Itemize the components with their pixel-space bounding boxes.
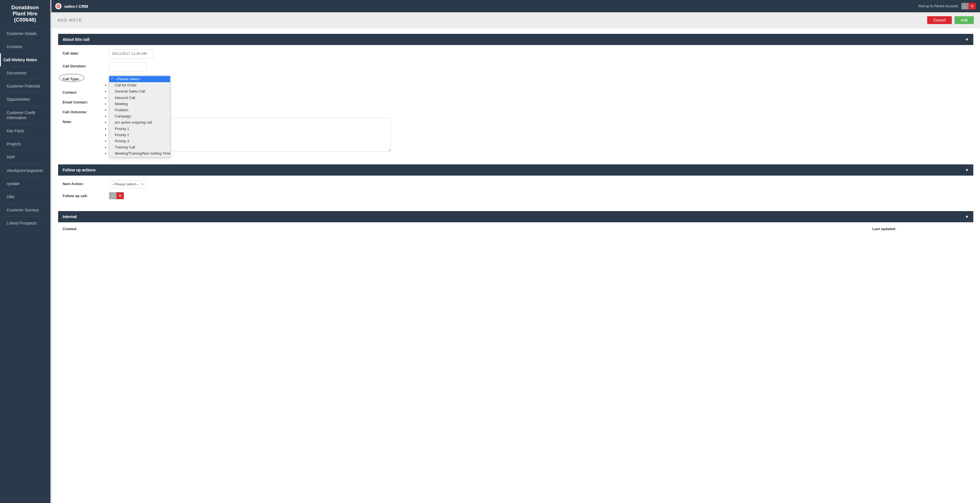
sidebar-item-linked-prospects[interactable]: Linked Prospects — [3, 217, 47, 230]
chevron-down-icon: ▼ — [965, 214, 969, 219]
cancel-button[interactable]: Cancel — [927, 16, 952, 24]
main-content: sales-i CRM Roll up to Parent Account: –… — [51, 0, 980, 503]
topbar: sales-i CRM Roll up to Parent Account: –… — [51, 0, 980, 12]
sidebar-item-projects[interactable]: Projects — [3, 137, 47, 151]
select-next-action-value: --Please select-- — [112, 182, 138, 186]
panel-header-followup[interactable]: Follow up actions ▼ — [58, 164, 973, 176]
brand-title: sales-i CRM — [64, 4, 88, 9]
label-call-type: Call Type: — [62, 75, 83, 81]
chevron-down-icon: ▼ — [965, 37, 969, 42]
chevron-down-icon: ▼ — [965, 168, 969, 172]
dropdown-item-call-type[interactable]: Priority 1 — [109, 126, 170, 132]
dropdown-item-call-type[interactable]: pro active outgoing call — [109, 120, 170, 126]
label-follow-up-call: Follow up call: — [62, 192, 105, 198]
label-next-action: Next Action: — [62, 180, 105, 186]
label-call-outcome: Call Outcome: — [62, 108, 105, 114]
toggle-off-icon[interactable]: – — [109, 192, 116, 199]
rollup-toggle[interactable]: – ✕ — [961, 3, 976, 10]
panel-header-about[interactable]: About this call ▼ — [58, 34, 973, 45]
panel-follow-up-actions: Follow up actions ▼ Next Action: --Pleas… — [58, 164, 973, 206]
dropdown-item-call-type[interactable]: Campaign — [109, 113, 170, 120]
dropdown-item-call-type[interactable]: Inbound Call — [109, 95, 170, 101]
dropdown-item-call-type[interactable]: --Please select-- — [109, 76, 170, 82]
dropdown-item-call-type[interactable]: Priority 2 — [109, 132, 170, 138]
sidebar-item-opportunities[interactable]: Opportunities — [3, 93, 47, 106]
sidebar-item-customer-surveys[interactable]: Customer Surveys — [3, 204, 47, 217]
sidebar-item-checkpoint-keypoints[interactable]: checkpoint keypoints — [3, 164, 47, 177]
label-email-contact: Email Contact: — [62, 98, 105, 104]
brand-logo-icon — [55, 3, 62, 9]
dropdown-item-call-type[interactable]: General Sales Call — [109, 88, 170, 94]
label-note: Note: — [62, 118, 105, 124]
dropdown-item-call-type[interactable]: Meeting — [109, 101, 170, 107]
sidebar-item-hdp[interactable]: HDP — [3, 151, 47, 164]
page-title: ADD NOTE — [57, 18, 82, 22]
dropdown-item-call-type[interactable]: Meeting/Training/Non-Selling Time — [109, 150, 170, 156]
sidebar-item-contacts[interactable]: Contacts — [3, 40, 47, 53]
sidebar: Donaldson Plant Hire (C00648) Customer D… — [0, 0, 50, 503]
label-contact: Contact: — [62, 89, 105, 94]
select-arrows-icon: ⇅ — [141, 183, 143, 186]
sidebar-item-documents[interactable]: Documents — [3, 67, 47, 80]
account-code: (C00648) — [3, 17, 47, 23]
account-name-line1: Donaldson — [3, 5, 47, 11]
dropdown-item-call-type[interactable]: Priority 3 — [109, 138, 170, 144]
add-button[interactable]: Add — [955, 16, 974, 24]
sidebar-item-key-facts[interactable]: Key Facts — [3, 125, 47, 137]
sidebar-item-customer-potential[interactable]: Customer Potential — [3, 80, 47, 93]
svg-point-2 — [58, 6, 59, 7]
dropdown-item-call-type[interactable]: Problem — [109, 107, 170, 113]
dropdown-call-type[interactable]: --Please select--Call for OrderGeneral S… — [109, 75, 170, 157]
label-call-duration: Call Duration: — [62, 62, 105, 68]
subbar: ADD NOTE Cancel Add — [51, 12, 980, 28]
toggle-close-icon[interactable]: ✕ — [116, 192, 124, 199]
panel-title-internal: Internal — [62, 214, 77, 219]
input-call-duration[interactable] — [109, 62, 146, 71]
label-call-date: Call date: — [62, 50, 105, 55]
panel-title-followup: Follow up actions — [62, 168, 95, 172]
label-created: Created: — [62, 227, 77, 231]
label-last-updated: Last updated: — [872, 227, 896, 231]
toggle-follow-up-call[interactable]: – ✕ — [109, 192, 124, 200]
account-name-line2: Plant Hire — [3, 11, 47, 17]
dropdown-item-call-type[interactable]: Call for Order — [109, 82, 170, 88]
rollup-close-icon[interactable]: ✕ — [969, 3, 976, 10]
sidebar-item-customer-credit-information[interactable]: Customer Credit Information — [3, 106, 47, 125]
panel-about-this-call: About this call ▼ Call date: 30/11/2017 … — [58, 34, 973, 160]
dropdown-item-call-type[interactable]: Training Call — [109, 144, 170, 150]
sidebar-item-call-history-notes[interactable]: Call History Notes — [0, 53, 47, 67]
sidebar-account-header: Donaldson Plant Hire (C00648) — [0, 3, 50, 27]
rollup-off-icon[interactable]: – — [961, 3, 969, 10]
panel-header-internal[interactable]: Internal ▼ — [58, 211, 973, 222]
sidebar-item-customer-details[interactable]: Customer Details — [3, 27, 47, 40]
select-next-action[interactable]: --Please select-- ⇅ — [109, 180, 146, 188]
rollup-label: Roll up to Parent Account: — [918, 4, 959, 8]
sidebar-item-ollie[interactable]: Ollie — [3, 190, 47, 204]
panel-title-about: About this call — [62, 37, 89, 42]
panel-internal: Internal ▼ Created: Last updated: — [58, 211, 973, 234]
sidebar-item-ryedale[interactable]: ryedale — [3, 177, 47, 190]
input-call-date[interactable]: 30/11/2017 11:45 AM — [109, 50, 154, 58]
